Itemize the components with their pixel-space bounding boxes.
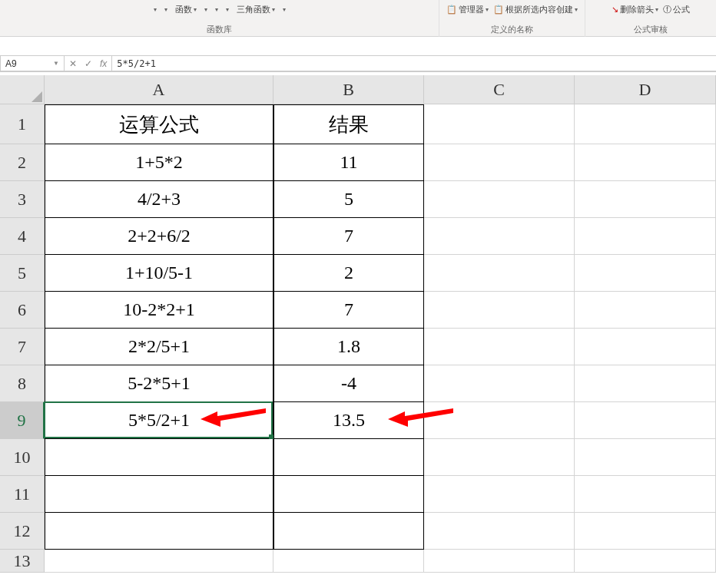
cell-C12[interactable] <box>424 513 575 550</box>
row-header-3[interactable]: 3 <box>0 181 45 218</box>
ribbon-item[interactable]: ▾ <box>283 6 286 13</box>
cell-D4[interactable] <box>575 218 716 255</box>
cell-B3[interactable]: 5 <box>273 181 424 218</box>
cell-C11[interactable] <box>424 476 575 513</box>
fx-icon[interactable]: fx <box>100 58 107 69</box>
column-header-C[interactable]: C <box>424 75 575 104</box>
cell-A5[interactable]: 1+10/5-1 <box>45 255 273 292</box>
cell-B12[interactable] <box>273 513 424 550</box>
column-header-B[interactable]: B <box>273 75 424 104</box>
cell-B8[interactable]: -4 <box>273 365 424 402</box>
row-header-10[interactable]: 10 <box>0 439 45 476</box>
cancel-formula-icon[interactable]: ✕ <box>69 58 77 69</box>
ribbon-item[interactable]: ▾ <box>226 6 229 13</box>
ribbon-item[interactable]: 函数▾ <box>175 4 197 15</box>
cell-D12[interactable] <box>575 513 716 550</box>
name-box[interactable]: A9 ▼ <box>0 55 65 71</box>
cell-D3[interactable] <box>575 181 716 218</box>
ribbon-item[interactable]: 三角函数▾ <box>237 4 275 15</box>
cell-B2[interactable]: 11 <box>273 144 424 181</box>
cell-D7[interactable] <box>575 329 716 365</box>
cell-A2[interactable]: 1+5*2 <box>45 144 273 181</box>
ribbon-item[interactable]: ▾ <box>154 6 157 13</box>
cell-B11[interactable] <box>273 476 424 513</box>
table-row: 2+2+6/27 <box>45 218 716 255</box>
cell-C13[interactable] <box>424 550 575 573</box>
cell-A6[interactable]: 10-2*2+1 <box>45 292 273 329</box>
cell-C8[interactable] <box>424 365 575 402</box>
cell-value: 5*5/2+1 <box>128 410 190 431</box>
formula-bar-input[interactable]: 5*5/2+1 <box>112 55 716 71</box>
table-row: 运算公式结果 <box>45 104 716 144</box>
row-header-2[interactable]: 2 <box>0 144 45 181</box>
cell-A9[interactable]: 5*5/2+1 <box>45 402 273 439</box>
ribbon-item[interactable]: ▾ <box>204 6 207 13</box>
cell-A13[interactable] <box>45 550 273 573</box>
cell-A3[interactable]: 4/2+3 <box>45 181 273 218</box>
column-header-A[interactable]: A <box>45 75 273 104</box>
table-row: 10-2*2+17 <box>45 292 716 329</box>
cell-value: 运算公式 <box>119 111 199 138</box>
cell-D6[interactable] <box>575 292 716 329</box>
row-header-1[interactable]: 1 <box>0 104 45 144</box>
cell-B10[interactable] <box>273 439 424 476</box>
cell-A8[interactable]: 5-2*5+1 <box>45 365 273 402</box>
cell-D13[interactable] <box>575 550 716 573</box>
cell-C10[interactable] <box>424 439 575 476</box>
cell-C9[interactable] <box>424 402 575 439</box>
cell-B6[interactable]: 7 <box>273 292 424 329</box>
row-header-7[interactable]: 7 <box>0 329 45 365</box>
cell-C4[interactable] <box>424 218 575 255</box>
cell-C3[interactable] <box>424 181 575 218</box>
cell-C6[interactable] <box>424 292 575 329</box>
cell-A11[interactable] <box>45 476 273 513</box>
cell-A10[interactable] <box>45 439 273 476</box>
chevron-down-icon: ▾ <box>283 6 286 13</box>
cell-A7[interactable]: 2*2/5+1 <box>45 329 273 365</box>
formula-audit-button[interactable]: ⓕ公式 <box>663 4 690 15</box>
column-header-D[interactable]: D <box>575 75 716 104</box>
cell-D2[interactable] <box>575 144 716 181</box>
cell-A4[interactable]: 2+2+6/2 <box>45 218 273 255</box>
cells-area: 运算公式结果1+5*2114/2+352+2+6/271+10/5-1210-2… <box>45 104 716 573</box>
row-header-11[interactable]: 11 <box>0 476 45 513</box>
cell-D9[interactable] <box>575 402 716 439</box>
row-header-4[interactable]: 4 <box>0 218 45 255</box>
cell-B7[interactable]: 1.8 <box>273 329 424 365</box>
ribbon-item[interactable]: ▾ <box>215 6 218 13</box>
cell-D10[interactable] <box>575 439 716 476</box>
row-header-5[interactable]: 5 <box>0 255 45 292</box>
row-header-13[interactable]: 13 <box>0 550 45 573</box>
cell-value: 7 <box>344 299 353 320</box>
cell-D8[interactable] <box>575 365 716 402</box>
cell-D1[interactable] <box>575 104 716 144</box>
cell-C7[interactable] <box>424 329 575 365</box>
remove-arrows-button[interactable]: ↘删除箭头▾ <box>612 4 658 15</box>
ribbon-formula-audit-items: ↘删除箭头▾ⓕ公式 <box>612 2 690 17</box>
ribbon-item[interactable]: 📋管理器▾ <box>446 4 489 15</box>
cell-C5[interactable] <box>424 255 575 292</box>
cell-A12[interactable] <box>45 513 273 550</box>
cell-B4[interactable]: 7 <box>273 218 424 255</box>
cell-D5[interactable] <box>575 255 716 292</box>
ribbon-item[interactable]: 📋根据所选内容创建▾ <box>493 4 578 15</box>
cell-C1[interactable] <box>424 104 575 144</box>
row-header-9[interactable]: 9 <box>0 402 45 439</box>
cell-B5[interactable]: 2 <box>273 255 424 292</box>
cell-value: 7 <box>344 226 353 246</box>
cell-C2[interactable] <box>424 144 575 181</box>
cell-B13[interactable] <box>273 550 424 573</box>
row-header-8[interactable]: 8 <box>0 365 45 402</box>
cell-value: 2 <box>344 263 353 283</box>
cell-A1[interactable]: 运算公式 <box>45 104 273 144</box>
cell-D11[interactable] <box>575 476 716 513</box>
row-header-6[interactable]: 6 <box>0 292 45 329</box>
select-all-triangle[interactable] <box>0 75 45 104</box>
cell-value: 2*2/5+1 <box>128 336 190 357</box>
cell-B1[interactable]: 结果 <box>273 104 424 144</box>
accept-formula-icon[interactable]: ✓ <box>85 58 92 69</box>
cell-B9[interactable]: 13.5 <box>273 402 424 439</box>
ribbon-item[interactable]: ▾ <box>164 6 167 13</box>
cell-value: 11 <box>340 152 357 173</box>
row-header-12[interactable]: 12 <box>0 513 45 550</box>
